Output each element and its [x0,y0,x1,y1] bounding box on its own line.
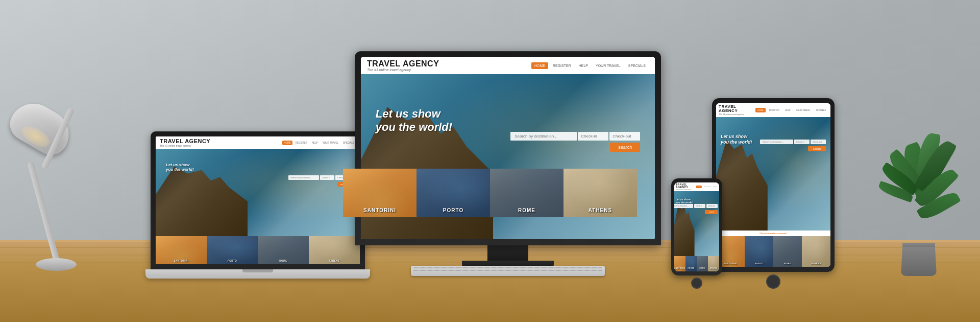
phone-nav-home[interactable]: HOME [696,186,702,188]
monitor-stand [487,245,528,261]
tablet-hero-headline: Let us show you the world! [721,134,752,145]
monitor-search-button[interactable]: search [610,143,640,152]
tablet-home-button[interactable] [766,274,780,289]
tablet-search-input[interactable] [760,140,793,144]
phone-dest-porto[interactable]: PORTO [688,267,694,269]
tablet-frame: TRAVEL AGENCY The #1 online travel agenc… [712,98,835,272]
laptop-dest-athens[interactable]: ATHENS [329,260,339,262]
monitor-checkin-input[interactable] [578,132,608,141]
tablet-dest-porto[interactable]: PORTO [755,262,764,265]
tablet-nav-specials[interactable]: SPECIALS [814,108,828,112]
monitor-hero-headline: Let us show you the world! [376,107,452,134]
laptop-checkin-input[interactable] [320,175,334,180]
laptop-screen-frame: TRAVEL AGENCY The #1 online travel agenc… [151,131,365,269]
tablet-nav-help[interactable]: HELP [783,108,792,112]
laptop-dest-porto[interactable]: PORTO [228,260,237,262]
tablet-checkin-input[interactable] [794,140,810,144]
monitor-site-logo: TRAVEL AGENCY [367,60,525,68]
monitor-nav-register[interactable]: REGISTER [550,62,574,69]
lamp-arm-lower [27,161,59,261]
laptop-search-input[interactable] [288,175,319,180]
monitor-dest-santorini[interactable]: SANTORINI [363,208,396,213]
laptop-dest-rome[interactable]: ROME [279,260,287,262]
phone-search-input[interactable] [674,204,693,208]
phone-home-button[interactable] [691,278,702,289]
laptop-hero-headline: Let us show you the world! [166,163,194,172]
phone-screen: TRAVEL AGENCY The #1 online travel agenc… [674,182,719,271]
monitor-nav-travel[interactable]: YOUR TRAVEL [593,62,624,69]
tablet-dest-santorini[interactable]: SANTORINI [724,262,737,265]
tablet-dest-athens[interactable]: ATHENS [811,262,821,265]
monitor-device: TRAVEL AGENCY The #1 online travel agenc… [355,51,661,268]
tablet-site-logo: TRAVEL AGENCY [719,105,753,113]
laptop-nav-home[interactable]: HOME [282,141,292,145]
lamp-base [36,258,77,271]
monitor-dest-athens[interactable]: ATHENS [589,208,612,213]
phone-dest-rome[interactable]: ROME [700,267,705,269]
monitor-destinations-strip: SANTORINI PORTO ROME ATHENS [343,169,637,217]
phone-site-subtitle: The #1 online travel agency [676,189,694,190]
phone-checkout-input[interactable] [706,204,718,208]
plant-pot [901,243,937,276]
phone-checkin-input[interactable] [694,204,705,208]
phone-dest-santorini[interactable]: SANTORINI [675,267,685,269]
laptop-site-logo: TRAVEL AGENCY [160,139,278,144]
phone-nav-help[interactable]: HELP [712,186,718,188]
phone-site-logo: TRAVEL AGENCY [676,183,694,189]
laptop-nav-specials[interactable]: SPECIALS [341,141,356,145]
tablet-search-button[interactable]: search [808,146,826,151]
monitor-nav-home[interactable]: HOME [531,62,548,69]
laptop-base [145,269,370,279]
tablet-nav-home[interactable]: HOME [755,108,766,112]
laptop-device: TRAVEL AGENCY The #1 online travel agenc… [145,131,370,279]
phone-dest-athens[interactable]: ATHENS [709,267,717,269]
phone-frame: TRAVEL AGENCY The #1 online travel agenc… [671,178,722,275]
monitor-keyboard[interactable] [411,266,605,276]
laptop-nav-register[interactable]: REGISTER [294,141,309,145]
monitor-nav-specials[interactable]: SPECIALS [625,62,649,69]
monitor-dest-porto[interactable]: PORTO [443,208,463,213]
laptop-site-subtitle: The #1 online travel agency [160,144,278,147]
tablet-site-subtitle: The #1 online travel agency [719,113,753,116]
tablet-checkout-input[interactable] [811,140,826,144]
tablet-dest-rome[interactable]: ROME [784,262,791,265]
laptop-nav-help[interactable]: HELP [310,141,320,145]
tablet-excursions-title: Check our main excursions! [760,232,787,235]
laptop-screen: TRAVEL AGENCY The #1 online travel agenc… [156,136,360,264]
monitor-site-subtitle: The #1 online travel agency [367,68,525,72]
tablet-screen: TRAVEL AGENCY The #1 online travel agenc… [716,103,830,267]
laptop-dest-santorini[interactable]: SANTORINI [174,260,188,262]
phone-nav-register[interactable]: REGISTER [703,186,712,188]
laptop-nav-travel[interactable]: YOUR TRAVEL [321,141,340,145]
tablet-device: TRAVEL AGENCY The #1 online travel agenc… [712,98,835,289]
phone-device: TRAVEL AGENCY The #1 online travel agenc… [671,178,722,289]
tablet-nav-register[interactable]: REGISTER [767,108,781,112]
monitor-nav-help[interactable]: HELP [576,62,591,69]
phone-hero-headline: Let us show you the world! [676,198,693,204]
phone-search-button[interactable]: search [705,210,718,214]
monitor-checkout-input[interactable] [609,132,640,141]
monitor-dest-rome[interactable]: ROME [518,208,535,213]
tablet-nav-travel[interactable]: YOUR TRAVEL [794,108,813,112]
monitor-search-input[interactable] [510,132,577,141]
